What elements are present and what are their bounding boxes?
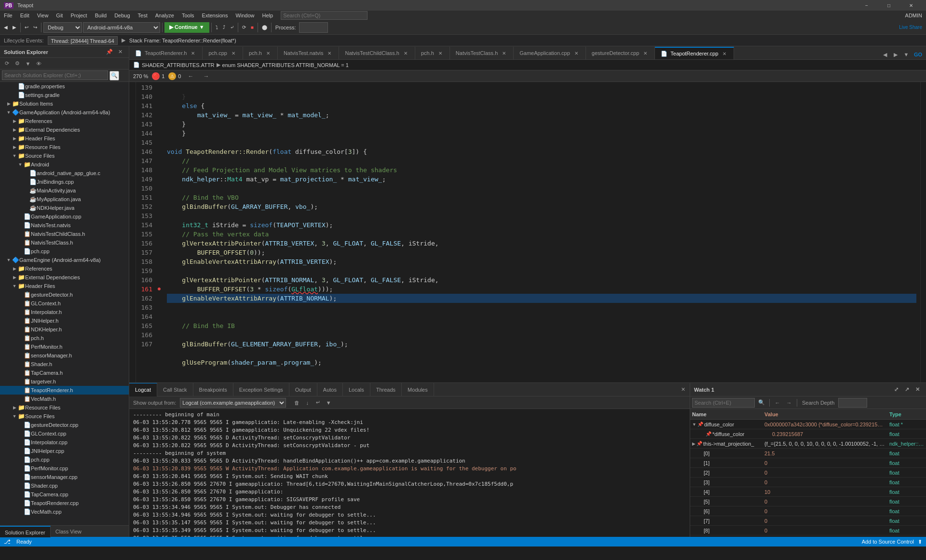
logcat-clear-button[interactable]: 🗑 (292, 398, 301, 408)
tab-logcat[interactable]: Logcat (129, 383, 157, 396)
minimize-button[interactable]: − (856, 0, 878, 11)
watch-expand-button[interactable]: ⤢ (891, 385, 901, 395)
liveshare-button[interactable]: Live Share (897, 22, 924, 33)
tab-close[interactable]: ✕ (190, 50, 196, 56)
tab-natvistest[interactable]: NatvisTest.natvis ✕ (278, 47, 340, 59)
menu-analyze[interactable]: Analyze (151, 11, 178, 20)
breakpoints-button[interactable]: ⬤ (260, 22, 269, 33)
tab-teapotrenderer-cpp[interactable]: 📄 TeapotRenderer.cpp ✕ (655, 47, 734, 59)
menu-file[interactable]: File (0, 11, 16, 20)
menu-window[interactable]: Window (232, 11, 258, 20)
se-tab-solution-explorer[interactable]: Solution Explorer (0, 526, 51, 537)
tree-item-source-files[interactable]: ▼ 📁 Source Files (0, 151, 129, 160)
tab-pch-cpp[interactable]: pch.cpp ✕ (203, 47, 243, 59)
tree-item-source-files[interactable]: ▼ 📁 Source Files (0, 412, 129, 421)
tab-close[interactable]: ✕ (501, 50, 507, 56)
se-search-input[interactable] (2, 70, 108, 80)
tree-item-ndkhelper.java[interactable]: ☕ NDKHelper.java (0, 204, 129, 212)
tree-item-android[interactable]: ▼ 📁 Android (0, 160, 129, 169)
tree-item-gameapplication-(android-arm64-v8a)[interactable]: ▼ 🔷 GameApplication (Android-arm64-v8a) (0, 108, 129, 117)
tab-output[interactable]: Output (289, 383, 317, 396)
menu-git[interactable]: Git (52, 11, 67, 20)
watch-search-input[interactable] (692, 398, 755, 408)
tree-item-external-dependencies[interactable]: ▶ 📁 External Dependencies (0, 273, 129, 282)
watch-float-button[interactable]: ↗ (902, 385, 912, 395)
add-to-source-control[interactable]: Add to Source Control (862, 539, 914, 545)
vertical-scrollbar[interactable] (920, 82, 926, 382)
tab-list[interactable]: ▼ (901, 50, 911, 59)
tree-item-pch.h[interactable]: 📋 pch.h (0, 334, 129, 342)
tree-item-targetver.h[interactable]: 📋 targetver.h (0, 377, 129, 386)
tree-item-natvistestclass.h[interactable]: 📋 NatvisTestClass.h (0, 238, 129, 247)
tree-item-glcontext.h[interactable]: 📋 GLContext.h (0, 299, 129, 308)
watch-depth-input[interactable] (838, 398, 867, 408)
se-tab-class-view[interactable]: Class View (51, 526, 86, 537)
menu-edit[interactable]: Edit (16, 11, 33, 20)
tab-autos[interactable]: Autos (317, 383, 343, 396)
tab-close[interactable]: ✕ (642, 50, 649, 56)
tab-close[interactable]: ✕ (230, 50, 237, 56)
tree-item-solution-items[interactable]: ▶ 📁 Solution Items (0, 99, 129, 108)
logcat-wrap-button[interactable]: ↵ (313, 398, 323, 408)
watch-close-button[interactable]: ✕ (912, 385, 922, 395)
tree-item-references[interactable]: ▶ 📁 References (0, 117, 129, 125)
menu-project[interactable]: Project (67, 11, 91, 20)
watch-nav-back[interactable]: ← (773, 398, 782, 408)
redo-button[interactable]: ↪ (31, 22, 39, 33)
se-filter-button[interactable]: ▼ (23, 59, 33, 68)
tab-locals[interactable]: Locals (343, 383, 370, 396)
tree-item-tapcamera.h[interactable]: 📋 TapCamera.h (0, 369, 129, 377)
tree-item-vecmath.cpp[interactable]: 📄 VecMath.cpp (0, 507, 129, 516)
restart-button[interactable]: ⟳ (240, 22, 248, 33)
tree-item-teapotrenderer.cpp[interactable]: 📄 TeapotRenderer.cpp (0, 499, 129, 507)
tree-item-ndkhelper.h[interactable]: 📋 NDKHelper.h (0, 325, 129, 334)
close-button[interactable]: ✕ (900, 0, 922, 11)
tree-item-sensormanager.cpp[interactable]: 📄 sensorManager.cpp (0, 473, 129, 481)
tab-exceptions[interactable]: Exception Settings (233, 383, 289, 396)
tree-item-natvistestchildclass.h[interactable]: 📋 NatvisTestChildClass.h (0, 230, 129, 238)
tree-item-teapotrenderer.h[interactable]: 📋 TeapotRenderer.h (0, 386, 129, 395)
tree-item-gesturedetector.cpp[interactable]: 📄 gestureDetector.cpp (0, 421, 129, 429)
tree-item-jnibindings.cpp[interactable]: 📄 JniBindings.cpp (0, 178, 129, 186)
nav-forward-button[interactable]: → (200, 70, 212, 82)
tab-breakpoints[interactable]: Breakpoints (193, 383, 233, 396)
tab-close[interactable]: ✕ (402, 50, 409, 56)
back-button[interactable]: ◀ (2, 22, 10, 33)
step-into-button[interactable]: ⤴ (221, 22, 227, 33)
tab-natvistest-class[interactable]: NatvisTestClass.h ✕ (450, 47, 514, 59)
tab-gameapplication[interactable]: GameApplication.cpp ✕ (514, 47, 586, 59)
menu-debug[interactable]: Debug (110, 11, 134, 20)
se-close-button[interactable]: ✕ (115, 47, 125, 57)
source-control-icon[interactable]: ⎇ (4, 538, 11, 545)
step-out-button[interactable]: ⤶ (228, 22, 236, 33)
tab-pch-h-2[interactable]: pch.h ✕ (415, 47, 450, 59)
platform-dropdown[interactable]: Android-arm64-v8a (83, 22, 160, 33)
tree-item-vecmath.h[interactable]: 📋 VecMath.h (0, 395, 129, 403)
logcat-output[interactable]: --------- beginning of main 06-03 13:55:… (129, 409, 690, 537)
tree-item-shader.h[interactable]: 📋 Shader.h (0, 360, 129, 369)
menu-build[interactable]: Build (91, 11, 110, 20)
watch-table[interactable]: Name Value Type ▼ 📌 diffuse_color 0x0000… (690, 409, 926, 537)
stop-button[interactable]: ■ (249, 22, 256, 33)
process-input[interactable]: [] (299, 22, 328, 33)
tree-item-mainactivity.java[interactable]: ☕ MainActivity.java (0, 186, 129, 195)
tree-item-interpolator.cpp[interactable]: 📄 Interpolator.cpp (0, 438, 129, 447)
menu-view[interactable]: View (33, 11, 53, 20)
tree-item-resource-files[interactable]: ▶ 📁 Resource Files (0, 143, 129, 151)
tree-item-jnihelper.cpp[interactable]: 📄 JNIHelper.cpp (0, 447, 129, 455)
tree-item-gesturedetector.h[interactable]: 📋 gestureDetector.h (0, 290, 129, 299)
tree-item-tapcamera.cpp[interactable]: 📄 TapCamera.cpp (0, 490, 129, 499)
logcat-filter-button[interactable]: ▼ (324, 398, 333, 408)
tree-item-header-files[interactable]: ▶ 📁 Header Files (0, 134, 129, 143)
logcat-source-select[interactable]: Logcat (com.example.gameapplication) (180, 398, 286, 408)
forward-button[interactable]: ▶ (11, 22, 18, 33)
expand-icon[interactable]: ▼ (692, 422, 696, 427)
watch-search-icon[interactable]: 🔍 (757, 398, 766, 408)
tab-close[interactable]: ✕ (437, 50, 444, 56)
se-settings-button[interactable]: ⚙ (13, 59, 22, 68)
tree-item-myapplication.java[interactable]: ☕ MyApplication.java (0, 195, 129, 204)
global-search-input[interactable] (281, 11, 368, 20)
tree-item-pch.cpp[interactable]: 📄 pch.cpp (0, 247, 129, 256)
tree-item-header-files[interactable]: ▼ 📁 Header Files (0, 282, 129, 290)
se-view-button[interactable]: 👁 (34, 59, 43, 68)
